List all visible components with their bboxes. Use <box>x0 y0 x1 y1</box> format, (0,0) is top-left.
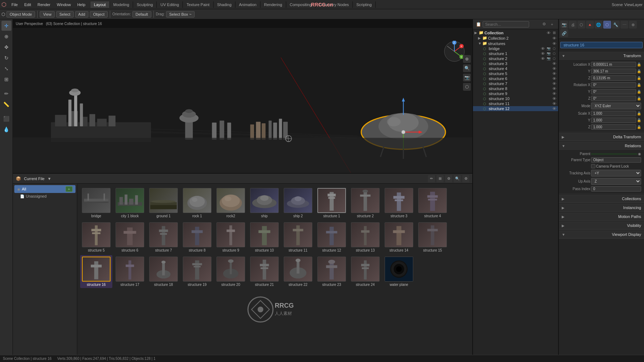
list-item[interactable]: structure 21 <box>248 255 280 288</box>
asset-grid-icon[interactable]: ⊞ <box>436 175 444 182</box>
particle-props-icon[interactable]: ⋯ <box>620 21 628 29</box>
scale-z-value[interactable]: 1.000 <box>591 124 636 130</box>
outliner-item[interactable]: ⬡ structure 9 👁 <box>473 91 558 96</box>
list-item[interactable]: structure 10 <box>248 221 280 254</box>
eye-icon[interactable]: 👁 <box>552 71 557 76</box>
outliner-item[interactable]: ⬡ structure 6 👁 <box>473 76 558 81</box>
rotation-y-value[interactable]: 0° <box>591 89 636 94</box>
outliner-item[interactable]: ⬡ structure 1 👁 📷 ⬡ <box>473 51 558 56</box>
list-item[interactable]: structure 7 <box>147 221 180 254</box>
eye-icon[interactable]: 👁 <box>552 91 557 96</box>
outliner-item[interactable]: ⬡ structure 11 👁 <box>473 101 558 106</box>
eye-icon[interactable]: 👁 <box>540 51 545 56</box>
outliner-item[interactable]: ⬡ structure 7 👁 <box>473 81 558 86</box>
outliner-item[interactable]: ⬡ structure 10 👁 <box>473 96 558 101</box>
list-item[interactable]: structure 4 <box>416 187 449 219</box>
list-item[interactable]: ship <box>248 187 280 219</box>
rotate-tool[interactable]: ↻ <box>1 53 11 63</box>
object-menu[interactable]: Object <box>90 11 108 18</box>
location-z-value[interactable]: 0.13195 m <box>591 75 636 81</box>
eye-icon[interactable]: 👁 <box>552 66 557 71</box>
list-item[interactable]: structure 20 <box>215 255 247 288</box>
move-tool[interactable]: ✥ <box>1 42 11 52</box>
list-item[interactable]: structure 14 <box>383 221 415 254</box>
eye-icon[interactable]: 👁 <box>540 56 545 61</box>
list-item[interactable]: structure 3 <box>383 187 415 219</box>
measure-tool[interactable]: 📏 <box>1 99 11 109</box>
menu-window[interactable]: Window <box>54 2 74 8</box>
outliner-item[interactable]: ⬡ structure 3 👁 <box>473 61 558 66</box>
transform-tool[interactable]: ⊞ <box>1 74 11 84</box>
outliner-new-icon[interactable]: + <box>549 21 555 28</box>
scale-x-value[interactable]: 1.000 <box>591 111 636 116</box>
lock-rz-icon[interactable]: 🔒 <box>637 96 641 100</box>
list-item[interactable]: ship 2 <box>282 187 314 219</box>
visibility-header[interactable]: ▶ Visibility <box>559 222 644 229</box>
lock-y-icon[interactable]: 🔒 <box>637 69 641 73</box>
list-item[interactable]: structure 8 <box>181 221 213 254</box>
tracking-axis-dropdown[interactable]: +Y <box>591 170 641 177</box>
view-layer-props-icon[interactable]: ⬡ <box>577 21 585 29</box>
list-item[interactable]: structure 17 <box>114 255 146 288</box>
location-x-value[interactable]: 0.000011 m <box>591 62 636 67</box>
object-name-input[interactable] <box>560 42 643 48</box>
list-item[interactable]: structure 16 <box>80 255 112 288</box>
location-y-value[interactable]: 306.17 m <box>591 69 636 74</box>
view-menu[interactable]: View <box>40 11 55 18</box>
lock-ry-icon[interactable]: 🔒 <box>637 90 641 94</box>
tab-layout[interactable]: Layout <box>91 1 110 8</box>
menu-render[interactable]: Render <box>35 2 53 8</box>
up-axis-dropdown[interactable]: Z <box>591 178 641 185</box>
eye-icon[interactable]: 👁 <box>552 86 557 91</box>
asset-search-icon[interactable]: 🔍 <box>454 175 461 182</box>
lock-x-icon[interactable]: 🔒 <box>637 63 641 66</box>
eye-icon[interactable]: 👁 <box>552 61 557 66</box>
viewport-display-header[interactable]: ▼ Viewport Display <box>559 230 644 238</box>
delta-transform-header[interactable]: ▶ Delta Transform <box>559 133 644 141</box>
lock-sx-icon[interactable]: 🔒 <box>637 111 641 115</box>
scale-tool[interactable]: ⤡ <box>1 64 11 74</box>
transform-header[interactable]: ▼ Transform <box>559 52 644 60</box>
list-item[interactable]: structure 13 <box>349 221 381 254</box>
list-item[interactable]: structure 11 <box>282 221 314 254</box>
physics-props-icon[interactable]: ⊕ <box>629 21 637 29</box>
camera-view-icon[interactable]: 📷 <box>463 74 471 81</box>
collections-header[interactable]: ▶ Collections <box>559 195 644 203</box>
list-item[interactable]: structure 5 <box>80 221 112 254</box>
list-item[interactable]: bridge <box>80 187 112 219</box>
tab-texture-paint[interactable]: Texture Paint <box>183 1 213 8</box>
add-category-btn[interactable]: + <box>65 186 73 192</box>
eye-dropper-tool[interactable]: 💧 <box>1 124 11 134</box>
drag-dropdown[interactable]: Select Box ~ <box>166 11 195 18</box>
outliner-item[interactable]: ▼ 📁 structures 👁 <box>473 41 558 46</box>
list-item[interactable]: structure 18 <box>147 255 180 288</box>
cursor-tool[interactable]: ⊕ <box>1 31 11 41</box>
list-item[interactable]: rock 1 <box>181 187 213 219</box>
outliner-item[interactable]: ⬡ structure 2 👁 📷 ⬡ <box>473 56 558 61</box>
tab-animation[interactable]: Animation <box>235 1 260 8</box>
object-mode-dropdown[interactable]: Object Mode <box>6 11 35 18</box>
camera-render-icon[interactable]: 📷 <box>546 52 551 55</box>
eye-icon[interactable]: 👁 <box>552 36 557 40</box>
asset-browser-dropdown[interactable]: ▼ <box>47 177 51 181</box>
relations-header[interactable]: ▼ Relations <box>559 142 644 150</box>
list-item[interactable]: structure 9 <box>215 221 247 254</box>
lock-rx-icon[interactable]: 🔒 <box>637 83 641 87</box>
scene-props-icon[interactable]: 🔺 <box>586 21 594 29</box>
list-item[interactable]: structure 19 <box>181 255 213 288</box>
restrict-icon[interactable]: ⊞ <box>552 31 557 35</box>
orientation-dropdown[interactable]: Default <box>132 11 151 18</box>
parent-type-value[interactable]: Object <box>591 157 641 163</box>
edit-icon[interactable]: ✏ <box>428 175 435 182</box>
list-item[interactable]: structure 15 <box>416 221 449 254</box>
eye-icon[interactable]: 👁 <box>540 46 545 51</box>
list-item[interactable]: city 1 block <box>114 187 146 219</box>
menu-file[interactable]: File <box>9 2 21 8</box>
camera-parent-lock-check[interactable] <box>591 164 595 168</box>
outliner-item[interactable]: ▶ 📁 Collection 👁 ⊞ <box>473 30 558 35</box>
eye-icon[interactable]: 👁 <box>552 96 557 101</box>
eye-icon[interactable]: 👁 <box>546 31 551 35</box>
outliner-item[interactable]: ⬡ structure 5 👁 <box>473 71 558 76</box>
list-item[interactable]: ground 1 <box>147 187 180 219</box>
asset-options-icon[interactable]: ⚙ <box>462 175 469 182</box>
